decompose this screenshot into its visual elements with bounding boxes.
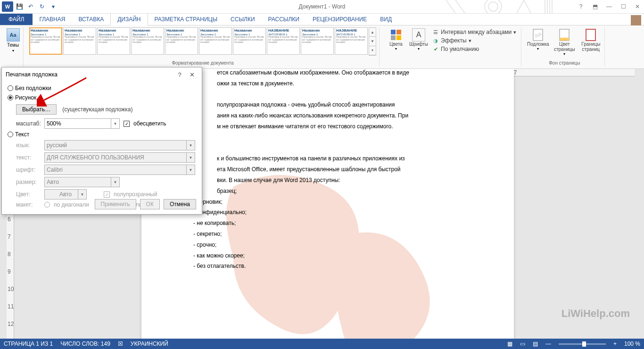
scale-select[interactable]: 500%▼	[44, 118, 120, 129]
set-default-button[interactable]: ✔По умолчанию	[430, 45, 518, 53]
close-button[interactable]: ✕	[632, 2, 643, 11]
page-background-group: Aa Подложка▾ Цвет страницы▾ Границы стра…	[524, 27, 605, 66]
scale-value: 500%	[47, 120, 61, 127]
doc-line: к и большинство инструментов на панели в…	[217, 155, 405, 162]
existing-watermark-label: (существующая подложка)	[62, 106, 132, 113]
semitransparent-label: полупрозрачный	[114, 191, 157, 198]
tab-review[interactable]: РЕЦЕНЗИРОВАНИЕ	[306, 14, 373, 25]
redo-button[interactable]: ↻	[37, 1, 47, 12]
minimize-button[interactable]: —	[603, 2, 615, 11]
no-watermark-label: Без подложки	[15, 85, 51, 91]
qat-customize-button[interactable]: ▾	[48, 1, 58, 12]
style-preset[interactable]: НазваниеЗаголовок 1Например в ссылке "Вс…	[199, 27, 232, 55]
user-avatar[interactable]	[631, 15, 641, 25]
tab-home[interactable]: ГЛАВНАЯ	[33, 14, 72, 25]
style-preset[interactable]: НазваниеЗаголовок 1Например в ссылке "Вс…	[63, 27, 96, 55]
text-label: Текст	[15, 131, 29, 138]
themes-icon	[7, 28, 20, 42]
svg-point-0	[488, 2, 498, 11]
gallery-more-button[interactable]: ▾	[369, 46, 376, 55]
style-preset[interactable]: НазваниеЗаголовок 1Например в ссылке "Вс…	[165, 27, 198, 55]
style-preset[interactable]: НАЗВАНИЕЗАГОЛОВОК 1Например в ссылке "Вс…	[335, 27, 368, 55]
fonts-icon: A	[412, 28, 425, 42]
tab-view[interactable]: ВИД	[373, 14, 398, 25]
font-value: Calibri	[47, 166, 63, 173]
dialog-close-button[interactable]: ✕	[186, 71, 198, 78]
tab-design[interactable]: ДИЗАЙН	[110, 13, 148, 25]
zoom-slider[interactable]	[559, 343, 606, 345]
style-preset[interactable]: НазваниеЗаголовок 1Например в ссылке "Вс…	[131, 27, 164, 55]
zoom-out-button[interactable]: —	[545, 341, 551, 347]
view-print-layout[interactable]: ▦	[507, 341, 512, 347]
apply-button[interactable]: Применить	[95, 199, 136, 209]
ok-button[interactable]: ОК	[140, 199, 160, 209]
style-preset[interactable]: НазваниеЗаголовок 1Например в ссылке "Вс…	[233, 27, 266, 55]
diagonal-radio	[44, 202, 50, 208]
font-select: Calibri▼	[44, 165, 195, 175]
text-watermark-radio[interactable]: Текст	[8, 130, 196, 139]
dialog-help-button[interactable]: ?	[173, 71, 186, 78]
zoom-level[interactable]: 100 %	[624, 341, 640, 347]
zoom-in-button[interactable]: +	[613, 341, 617, 347]
radio-icon	[8, 85, 13, 91]
view-web-layout[interactable]: ▤	[533, 341, 538, 347]
page-color-button[interactable]: Цвет страницы▾	[553, 27, 575, 56]
help-button[interactable]: ?	[575, 2, 586, 11]
maximize-button[interactable]: ☐	[618, 2, 629, 11]
picture-watermark-radio[interactable]: Рисунок	[8, 93, 196, 102]
color-value: Авто	[59, 191, 72, 198]
svg-rect-5	[396, 35, 401, 40]
tab-insert[interactable]: ВСТАВКА	[72, 14, 110, 25]
tab-layout[interactable]: РАЗМЕТКА СТРАНИЦЫ	[148, 14, 224, 25]
language-status[interactable]: УКРАИНСКИЙ	[131, 341, 168, 347]
page-bg-group-label: Фон страницы	[549, 60, 580, 66]
paragraph-spacing-button[interactable]: ☰Интервал между абзацами ▾	[430, 28, 518, 36]
cancel-button[interactable]: Отмена	[164, 199, 196, 209]
ribbon-tabs: ФАЙЛ ГЛАВНАЯ ВСТАВКА ДИЗАЙН РАЗМЕТКА СТР…	[0, 14, 644, 25]
watermark-button[interactable]: Aa Подложка▾	[527, 27, 549, 56]
view-read-mode[interactable]: ▭	[520, 341, 525, 347]
gallery-up-button[interactable]: ▲	[369, 28, 376, 37]
style-preset[interactable]: НазваниеЗаголовок 1Например в ссылке "Вс…	[301, 27, 334, 55]
undo-button[interactable]: ↶	[25, 1, 36, 12]
svg-rect-2	[391, 30, 396, 34]
save-button[interactable]: 💾	[14, 1, 25, 12]
page-status[interactable]: СТРАНИЦА 1 ИЗ 1	[4, 341, 53, 347]
gallery-down-button[interactable]: ▼	[369, 37, 376, 46]
status-bar: СТРАНИЦА 1 ИЗ 1 ЧИСЛО СЛОВ: 149 ☒ УКРАИН…	[0, 339, 644, 349]
dialog-titlebar[interactable]: Печатная подложка ? ✕	[2, 67, 202, 82]
effects-label: Эффекты	[441, 37, 467, 44]
select-picture-button[interactable]: Выбрать…	[16, 104, 57, 115]
style-gallery[interactable]: НазваниеЗаголовок 1Например в ссылке "Вс…	[29, 27, 368, 56]
page-color-label: Цвет страницы	[553, 42, 575, 52]
size-value: Авто	[47, 179, 59, 185]
effects-button[interactable]: ◑Эффекты ▾	[430, 37, 518, 44]
tab-mailings[interactable]: РАССЫЛКИ	[262, 14, 306, 25]
word-count[interactable]: ЧИСЛО СЛОВ: 149	[60, 341, 110, 347]
svg-rect-3	[396, 30, 401, 34]
watermark-icon: Aa	[531, 28, 545, 42]
washout-checkbox[interactable]: ✓	[124, 121, 130, 127]
style-preset[interactable]: НазваниеЗаголовок 1Например в ссылке "Вс…	[29, 27, 62, 55]
colors-fonts-group: Цвета▾ A Шрифты▾ ☰Интервал между абзацам…	[382, 27, 521, 66]
colors-icon	[389, 28, 403, 42]
doc-list-item: - не копировать;	[193, 220, 236, 226]
ribbon-options-button[interactable]: ⬒	[589, 2, 601, 11]
proofing-icon[interactable]: ☒	[118, 341, 123, 347]
layout-label: макет:	[16, 201, 41, 208]
tab-references[interactable]: ССЫЛКИ	[224, 14, 261, 25]
fonts-button[interactable]: A Шрифты▾	[408, 27, 429, 53]
printed-watermark-dialog: Печатная подложка ? ✕ Без подложки Рисун…	[1, 67, 202, 215]
doc-line: м не отвлекает внимание читателя от его …	[217, 123, 393, 130]
no-watermark-radio[interactable]: Без подложки	[8, 83, 196, 93]
diagonal-label: по диагонали	[54, 201, 89, 208]
style-preset[interactable]: НАЗВАНИЕЗАГОЛОВОК 1Например в ссылке "Вс…	[267, 27, 300, 55]
themes-button[interactable]: Темы ▾	[6, 27, 21, 54]
radio-icon	[8, 132, 13, 137]
themes-group: Темы ▾	[3, 27, 24, 66]
page-borders-button[interactable]: Границы страниц	[580, 27, 602, 56]
style-preset[interactable]: НазваниеЗаголовок 1Например в ссылке "Вс…	[97, 27, 130, 55]
page-color-icon	[558, 28, 571, 42]
colors-button[interactable]: Цвета▾	[385, 27, 407, 53]
tab-file[interactable]: ФАЙЛ	[0, 14, 33, 25]
